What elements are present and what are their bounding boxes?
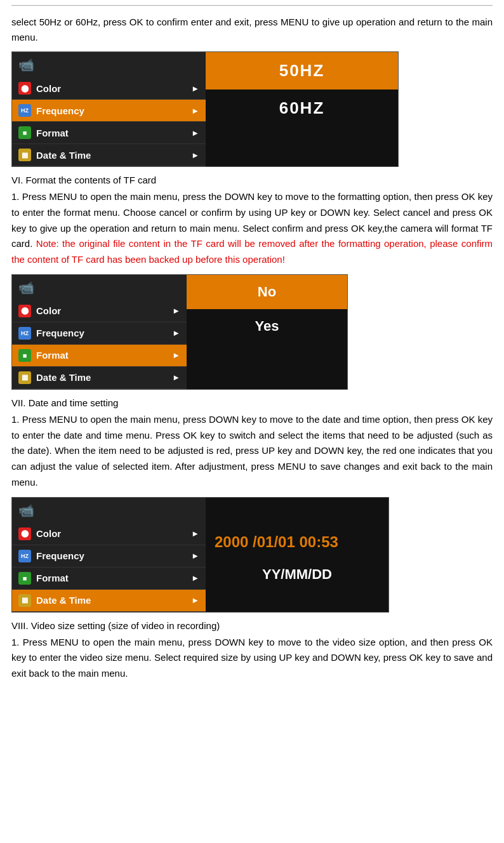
- menu-item-format-3[interactable]: ■ Format ►: [12, 568, 206, 590]
- freq-option-50hz[interactable]: 50HZ: [206, 52, 398, 90]
- menu-label-freq-3: Frequency: [36, 550, 84, 561]
- menu-item-freq-2[interactable]: HZ Frequency ►: [12, 322, 187, 345]
- section8-point1-text: Press MENU to open the main menu, press …: [11, 637, 493, 679]
- freq-arrow-3: ►: [191, 551, 199, 561]
- menu-label-color-3: Color: [36, 528, 61, 539]
- format-icon-2: ■: [18, 349, 31, 362]
- menu-item-format-1[interactable]: ■ Format ►: [12, 122, 206, 144]
- menu-label-format-3: Format: [36, 573, 69, 583]
- intro-text: select 50Hz or 60Hz, press OK to confirm…: [11, 15, 493, 45]
- menu-item-freq-1[interactable]: HZ Frequency ►: [12, 100, 206, 122]
- format-menu-panel: 📹 ⬤ Color ► HZ Frequency ► ■ Format ► ▦ …: [12, 275, 187, 389]
- datetime-icon-1: ▦: [18, 149, 31, 161]
- datetime-icon-2: ▦: [18, 371, 31, 384]
- format-icon-1: ■: [18, 126, 31, 139]
- datetime-arrow-1: ►: [191, 150, 199, 160]
- freq-icon-1: HZ: [18, 104, 31, 117]
- menu-header-2: 📹: [12, 275, 187, 300]
- datetime-menu-panel: 📹 ⬤ Color ► HZ Frequency ► ■ Format ► ▦ …: [12, 498, 206, 612]
- datetime-icon-3: ▦: [18, 594, 31, 607]
- section8-body: 1. Press MENU to open the main menu, pre…: [11, 635, 493, 682]
- datetime-format-display: YY/MM/DD: [215, 566, 380, 583]
- menu-header-3: 📹: [12, 498, 206, 523]
- datetime-arrow-2: ►: [172, 373, 180, 382]
- color-arrow-2: ►: [172, 306, 180, 315]
- freq-icon-3: HZ: [18, 550, 31, 562]
- color-icon-3: ⬤: [18, 528, 31, 540]
- freq-icon-2: HZ: [18, 327, 31, 340]
- frequency-ui: 📹 ⬤ Color ► HZ Frequency ► ■ Format ► ▦ …: [11, 51, 399, 167]
- section6-point1-prefix: 1.: [11, 191, 20, 202]
- section7-point1-prefix: 1.: [11, 414, 20, 425]
- menu-label-datetime-3: Date & Time: [36, 595, 91, 606]
- menu-label-format-2: Format: [36, 350, 69, 361]
- freq-option-60hz[interactable]: 60HZ: [206, 90, 398, 127]
- color-icon-1: ⬤: [18, 82, 31, 95]
- menu-label-freq-2: Frequency: [36, 328, 84, 338]
- freq-arrow-2: ►: [172, 328, 180, 338]
- format-content-panel: No Yes: [187, 275, 347, 389]
- section8-point1-prefix: 1.: [11, 637, 20, 647]
- menu-label-datetime-1: Date & Time: [36, 150, 91, 161]
- format-arrow-3: ►: [191, 573, 199, 583]
- freq-arrow-1: ►: [191, 106, 199, 116]
- section8-heading: VIII. Video size setting (size of video …: [11, 620, 493, 631]
- menu-item-datetime-2[interactable]: ▦ Date & Time ►: [12, 367, 187, 389]
- format-arrow-2: ►: [172, 350, 180, 360]
- menu-label-color-1: Color: [36, 83, 61, 94]
- section6-heading: VI. Format the contents of TF card: [11, 175, 493, 185]
- datetime-content-panel: 2000 /01/01 00:53 YY/MM/DD: [206, 498, 388, 612]
- menu-label-datetime-2: Date & Time: [36, 372, 91, 383]
- section6-body: 1. Press MENU to open the main menu, pre…: [11, 189, 493, 268]
- menu-item-format-2[interactable]: ■ Format ►: [12, 345, 187, 367]
- format-no-option[interactable]: No: [187, 275, 347, 309]
- format-ui: 📹 ⬤ Color ► HZ Frequency ► ■ Format ► ▦ …: [11, 274, 348, 390]
- camera-icon-1: 📹: [18, 57, 34, 72]
- datetime-ui: 📹 ⬤ Color ► HZ Frequency ► ■ Format ► ▦ …: [11, 497, 389, 613]
- section6-note-red: Note: the original file content in the T…: [11, 238, 493, 265]
- menu-item-color-3[interactable]: ⬤ Color ►: [12, 523, 206, 545]
- camera-icon-3: 📹: [18, 503, 34, 518]
- menu-header-1: 📹: [12, 52, 206, 77]
- camera-icon-2: 📹: [18, 280, 34, 295]
- datetime-arrow-3: ►: [191, 595, 199, 605]
- menu-item-color-2[interactable]: ⬤ Color ►: [12, 300, 187, 322]
- menu-label-color-2: Color: [36, 305, 61, 316]
- menu-item-datetime-3[interactable]: ▦ Date & Time ►: [12, 590, 206, 612]
- datetime-value-display: 2000 /01/01 00:53: [215, 533, 338, 551]
- section7-heading: VII. Date and time setting: [11, 397, 493, 408]
- menu-item-color-1[interactable]: ⬤ Color ►: [12, 77, 206, 100]
- color-arrow-3: ►: [191, 529, 199, 538]
- menu-label-freq-1: Frequency: [36, 105, 84, 116]
- section7-body: 1. Press MENU to open the main menu, pre…: [11, 412, 493, 491]
- menu-item-datetime-1[interactable]: ▦ Date & Time ►: [12, 144, 206, 166]
- color-arrow-1: ►: [191, 84, 199, 93]
- format-icon-3: ■: [18, 572, 31, 585]
- section7-point1-text: Press MENU to open the main menu, press …: [11, 414, 493, 488]
- menu-label-format-1: Format: [36, 128, 69, 138]
- frequency-menu-panel: 📹 ⬤ Color ► HZ Frequency ► ■ Format ► ▦ …: [12, 52, 206, 166]
- color-icon-2: ⬤: [18, 305, 31, 317]
- menu-item-freq-3[interactable]: HZ Frequency ►: [12, 545, 206, 568]
- frequency-content-panel: 50HZ 60HZ: [206, 52, 398, 166]
- format-arrow-1: ►: [191, 128, 199, 138]
- format-yes-option[interactable]: Yes: [187, 309, 347, 343]
- top-divider: [11, 5, 493, 6]
